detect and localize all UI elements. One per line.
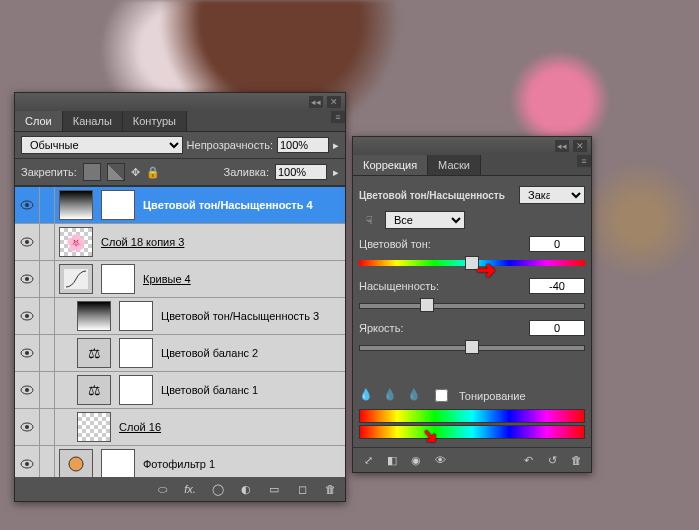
annotation-arrow: ➜ bbox=[476, 256, 496, 284]
visibility-icon[interactable] bbox=[15, 224, 40, 260]
lightness-slider[interactable] bbox=[359, 340, 585, 354]
panel-menu-icon[interactable]: ≡ bbox=[577, 155, 591, 167]
tab-correction[interactable]: Коррекция bbox=[353, 155, 428, 175]
lightness-label: Яркость: bbox=[359, 322, 403, 334]
layer-name[interactable]: Цветовой тон/Насыщенность 3 bbox=[157, 310, 345, 322]
trash-icon[interactable]: 🗑 bbox=[567, 452, 585, 468]
layer-name[interactable]: Кривые 4 bbox=[139, 273, 345, 285]
lock-move-icon[interactable]: ✥ bbox=[131, 166, 140, 179]
hue-strip-bottom bbox=[359, 425, 585, 439]
eyedropper-subtract-icon[interactable]: 💧 bbox=[407, 388, 423, 404]
collapse-icon[interactable]: ◂◂ bbox=[309, 96, 323, 108]
scrubber-icon[interactable]: ☟ bbox=[359, 210, 379, 230]
layer-row[interactable]: ⚖ Цветовой баланс 2 bbox=[15, 335, 345, 372]
close-icon[interactable]: ✕ bbox=[327, 96, 341, 108]
layer-name[interactable]: Цветовой баланс 1 bbox=[157, 384, 345, 396]
tab-paths[interactable]: Контуры bbox=[123, 111, 187, 131]
lock-pixels-icon[interactable] bbox=[107, 163, 125, 181]
eyedropper-icon[interactable]: 💧 bbox=[359, 388, 375, 404]
eyedropper-add-icon[interactable]: 💧 bbox=[383, 388, 399, 404]
folder-icon[interactable]: ▭ bbox=[265, 481, 283, 497]
visibility-icon[interactable] bbox=[15, 335, 40, 371]
preset-select[interactable]: Заказная bbox=[519, 186, 585, 204]
visibility-icon[interactable] bbox=[15, 298, 40, 334]
layer-row[interactable]: Фотофильтр 1 bbox=[15, 446, 345, 477]
layer-name[interactable]: Слой 18 копия 3 bbox=[97, 236, 345, 248]
svg-point-14 bbox=[25, 425, 29, 429]
layer-row[interactable]: Цветовой тон/Насыщенность 4 bbox=[15, 187, 345, 224]
trash-icon[interactable]: 🗑 bbox=[321, 481, 339, 497]
adjustments-panel: ◂◂ ✕ Коррекция Маски ≡ Цветовой тон/Насы… bbox=[352, 136, 592, 473]
layer-name[interactable]: Слой 16 bbox=[115, 421, 345, 433]
fx-icon[interactable]: fx. bbox=[181, 481, 199, 497]
saturation-label: Насыщенность: bbox=[359, 280, 439, 292]
adjustment-thumb[interactable] bbox=[59, 449, 93, 477]
range-select[interactable]: Все bbox=[385, 211, 465, 229]
adjustment-icon[interactable]: ◐ bbox=[237, 481, 255, 497]
new-layer-icon[interactable]: ◻ bbox=[293, 481, 311, 497]
mask-thumb[interactable] bbox=[101, 449, 135, 477]
layer-name[interactable]: Цветовой тон/Насыщенность 4 bbox=[139, 199, 345, 211]
adjustment-thumb[interactable]: ⚖ bbox=[77, 338, 111, 368]
expand-icon[interactable]: ⤢ bbox=[359, 452, 377, 468]
svg-point-16 bbox=[25, 462, 29, 466]
layer-thumb[interactable] bbox=[77, 412, 111, 442]
close-icon[interactable]: ✕ bbox=[573, 140, 587, 152]
link-icon[interactable]: ⬭ bbox=[153, 481, 171, 497]
tab-channels[interactable]: Каналы bbox=[63, 111, 123, 131]
adjustment-thumb[interactable] bbox=[59, 190, 93, 220]
hue-input[interactable] bbox=[529, 236, 585, 252]
mask-thumb[interactable] bbox=[119, 375, 153, 405]
mask-thumb[interactable] bbox=[101, 264, 135, 294]
layers-list: Цветовой тон/Насыщенность 4 🌸 Слой 18 ко… bbox=[15, 186, 345, 477]
opacity-dropdown-icon[interactable]: ▸ bbox=[333, 139, 339, 152]
tab-layers[interactable]: Слои bbox=[15, 111, 63, 131]
view-icon[interactable]: 👁 bbox=[431, 452, 449, 468]
reset-icon[interactable]: ↺ bbox=[543, 452, 561, 468]
layer-row[interactable]: Слой 16 bbox=[15, 409, 345, 446]
layer-name[interactable]: Фотофильтр 1 bbox=[139, 458, 345, 470]
visibility-icon[interactable] bbox=[15, 261, 40, 297]
tab-masks[interactable]: Маски bbox=[428, 155, 481, 175]
lock-label: Закрепить: bbox=[21, 166, 77, 178]
layer-row[interactable]: 🌸 Слой 18 копия 3 bbox=[15, 224, 345, 261]
visibility-icon[interactable] bbox=[15, 372, 40, 408]
panel-titlebar: ◂◂ ✕ bbox=[353, 137, 591, 155]
panel-titlebar: ◂◂ ✕ bbox=[15, 93, 345, 111]
layer-row[interactable]: Цветовой тон/Насыщенность 3 bbox=[15, 298, 345, 335]
visibility-icon[interactable] bbox=[15, 446, 40, 477]
hue-slider[interactable] bbox=[359, 256, 585, 270]
mask-thumb[interactable] bbox=[101, 190, 135, 220]
mask-thumb[interactable] bbox=[119, 338, 153, 368]
hue-label: Цветовой тон: bbox=[359, 238, 431, 250]
adjustment-thumb[interactable]: ⚖ bbox=[77, 375, 111, 405]
saturation-slider[interactable] bbox=[359, 298, 585, 312]
adjustment-thumb[interactable] bbox=[77, 301, 111, 331]
layers-footer: ⬭ fx. ◯ ◐ ▭ ◻ 🗑 bbox=[15, 477, 345, 501]
prev-icon[interactable]: ↶ bbox=[519, 452, 537, 468]
layer-row[interactable]: Кривые 4 bbox=[15, 261, 345, 298]
saturation-input[interactable] bbox=[529, 278, 585, 294]
collapse-icon[interactable]: ◂◂ bbox=[555, 140, 569, 152]
fill-dropdown-icon[interactable]: ▸ bbox=[333, 166, 339, 179]
layer-row[interactable]: ⚖ Цветовой баланс 1 bbox=[15, 372, 345, 409]
layer-thumb[interactable]: 🌸 bbox=[59, 227, 93, 257]
colorize-checkbox[interactable] bbox=[435, 389, 448, 402]
mask-icon[interactable]: ◯ bbox=[209, 481, 227, 497]
opacity-label: Непрозрачность: bbox=[187, 139, 273, 151]
visibility-icon[interactable] bbox=[15, 187, 40, 223]
clip-icon[interactable]: ◧ bbox=[383, 452, 401, 468]
layer-name[interactable]: Цветовой баланс 2 bbox=[157, 347, 345, 359]
lightness-input[interactable] bbox=[529, 320, 585, 336]
panel-menu-icon[interactable]: ≡ bbox=[331, 111, 345, 123]
visibility-icon[interactable] bbox=[15, 409, 40, 445]
svg-point-8 bbox=[25, 314, 29, 318]
fill-input[interactable] bbox=[275, 164, 327, 180]
blend-mode-select[interactable]: Обычные bbox=[21, 136, 183, 154]
mask-thumb[interactable] bbox=[119, 301, 153, 331]
toggle-icon[interactable]: ◉ bbox=[407, 452, 425, 468]
lock-all-icon[interactable]: 🔒 bbox=[146, 166, 160, 179]
lock-transparent-icon[interactable] bbox=[83, 163, 101, 181]
adjustment-thumb[interactable] bbox=[59, 264, 93, 294]
opacity-input[interactable] bbox=[277, 137, 329, 153]
